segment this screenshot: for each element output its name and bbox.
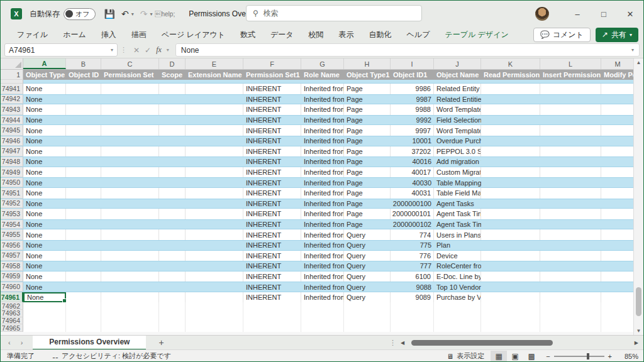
row-number-74956[interactable]: 74956 [1, 241, 23, 250]
vertical-scroll-thumb[interactable] [636, 287, 641, 316]
grid-cell-C74958[interactable] [101, 261, 159, 271]
grid-cell-A74946[interactable]: None [23, 136, 66, 146]
grid-cell-M74945[interactable] [601, 125, 633, 136]
grid-cell-I74944[interactable]: 9992 [391, 116, 434, 125]
ribbon-tab-8[interactable]: 表示 [331, 28, 362, 41]
customize-qat-icon[interactable]: help; [155, 11, 175, 18]
grid-cell-J74943[interactable]: Word Templates [434, 104, 481, 115]
row-number-74951[interactable]: 74951 [1, 188, 23, 199]
grid-cell-D74961[interactable] [159, 292, 186, 303]
grid-cell-M74955[interactable] [601, 229, 633, 240]
header-cell-e[interactable]: Extension Name [186, 70, 243, 80]
grid-cell-B74950[interactable] [66, 178, 101, 187]
grid-cell-H74950[interactable]: Page [344, 178, 391, 187]
grid-cell-I74951[interactable]: 40031 [391, 188, 434, 199]
grid-cell-A74957[interactable]: None [23, 251, 66, 261]
grid-cell-G74964[interactable] [301, 317, 344, 325]
grid-cell-D74946[interactable] [159, 136, 186, 146]
grid-cell-J74950[interactable]: Table Mappings [434, 178, 481, 187]
grid-cell-I74948[interactable]: 40016 [391, 157, 434, 167]
grid-cell-B74953[interactable] [66, 209, 101, 219]
grid-cell-D74949[interactable] [159, 167, 186, 178]
grid-cell-I74943[interactable]: 9988 [391, 104, 434, 115]
grid-cell-F74956[interactable]: INHERENT [243, 241, 301, 250]
grid-cell-L74958[interactable] [540, 261, 601, 271]
grid-cell-H74945[interactable]: Page [344, 125, 391, 136]
grid-cell-C74944[interactable] [101, 116, 159, 125]
grid-cell-E74956[interactable] [186, 241, 243, 250]
grid-cell-M74964[interactable] [601, 317, 633, 325]
grid-cell-I74963[interactable] [391, 310, 434, 317]
grid-cell-A74961[interactable]: None [23, 292, 66, 303]
row-number-74965[interactable]: 74965 [1, 324, 23, 332]
row-number-74959[interactable]: 74959 [1, 272, 23, 282]
grid-cell-M74952[interactable] [601, 199, 633, 209]
grid-cell-K74961[interactable] [481, 292, 540, 303]
grid-cell-J74942[interactable]: Related Entities [434, 95, 481, 104]
grid-cell-D74957[interactable] [159, 251, 186, 261]
grid-cell-M74951[interactable] [601, 188, 633, 199]
grid-cell-K74963[interactable] [481, 310, 540, 317]
grid-cell-K74949[interactable] [481, 167, 540, 178]
grid-cell-M74963[interactable] [601, 310, 633, 317]
grid-cell-E74953[interactable] [186, 209, 243, 219]
grid-cell-D74964[interactable] [159, 317, 186, 325]
grid-cell-H74957[interactable]: Query [344, 251, 391, 261]
grid-cell-H74959[interactable]: Query [344, 272, 391, 282]
row-number-74955[interactable]: 74955 [1, 229, 23, 240]
grid-cell-D74962[interactable] [159, 302, 186, 310]
grid-cell-E74955[interactable] [186, 229, 243, 240]
namebox-grip-icon[interactable]: ⋮ [120, 46, 127, 54]
grid-cell-K74965[interactable] [481, 324, 540, 332]
grid-cell-G74942[interactable]: Inherited from [301, 95, 344, 104]
grid-cell-G74949[interactable]: Inherited from [301, 167, 344, 178]
sheet-prev-icon[interactable]: ‹ [8, 339, 11, 346]
grid-cell-J74949[interactable]: Custom Migratio [434, 167, 481, 178]
namebox-chevron-icon[interactable]: ▾ [111, 47, 113, 53]
ribbon-tab-10[interactable]: ヘルプ [399, 28, 438, 41]
grid-cell-M74960[interactable] [601, 282, 633, 292]
grid-cell-H74948[interactable]: Page [344, 157, 391, 167]
row-number-74945[interactable]: 74945 [1, 125, 23, 136]
select-all-corner[interactable] [1, 58, 23, 69]
grid-cell-J74953[interactable]: Agent Task Tim [434, 209, 481, 219]
row-number-74954[interactable]: 74954 [1, 220, 23, 229]
grid-cell-J74944[interactable]: Field Selection [434, 116, 481, 125]
grid-cell-A74955[interactable]: None [23, 229, 66, 240]
grid-cell-H74947[interactable]: Page [344, 146, 391, 157]
grid-cell-H74960[interactable]: Query [344, 282, 391, 292]
grid-cell-H74958[interactable]: Query [344, 261, 391, 271]
zoom-out-icon[interactable]: − [546, 353, 550, 360]
display-settings-button[interactable]: 🖥 表示設定 [447, 351, 484, 361]
share-button[interactable]: ↗ 共有 ▾ [596, 28, 638, 42]
column-header-A[interactable]: A [23, 58, 66, 69]
grid-cell-F74963[interactable] [243, 310, 301, 317]
grid-cell-M74944[interactable] [601, 116, 633, 125]
header-cell-j[interactable]: Object Name [434, 70, 481, 80]
undo-chevron-icon[interactable]: ▾ [131, 11, 134, 17]
grid-cell-M74956[interactable] [601, 241, 633, 250]
grid-cell-D74950[interactable] [159, 178, 186, 187]
grid-cell-C74956[interactable] [101, 241, 159, 250]
header-cell-l[interactable]: Insert Permission [540, 70, 601, 80]
row-number-74958[interactable]: 74958 [1, 261, 23, 271]
grid-cell-M74947[interactable] [601, 146, 633, 157]
grid-cell-F74957[interactable]: INHERENT [243, 251, 301, 261]
grid-cell-F74959[interactable]: INHERENT [243, 272, 301, 282]
grid-cell-C74952[interactable] [101, 199, 159, 209]
row-number-74944[interactable]: 74944 [1, 116, 23, 125]
grid-cell-J74951[interactable]: Table Field Map [434, 188, 481, 199]
insert-function-icon[interactable]: fx [156, 45, 162, 55]
row-number-74953[interactable]: 74953 [1, 209, 23, 219]
grid-cell-G74944[interactable]: Inherited from [301, 116, 344, 125]
grid-cell-D74947[interactable] [159, 146, 186, 157]
header-cell-c[interactable]: Permission Set [101, 70, 159, 80]
grid-cell-H74951[interactable]: Page [344, 188, 391, 199]
grid-cell-A74953[interactable]: None [23, 209, 66, 219]
grid-cell-G74955[interactable]: Inherited from [301, 229, 344, 240]
grid-cell-C74948[interactable] [101, 157, 159, 167]
grid-cell-B74954[interactable] [66, 220, 101, 229]
grid-cell-C74943[interactable] [101, 104, 159, 115]
grid-cell-G74947[interactable]: Inherited from [301, 146, 344, 157]
grid-cell-A74958[interactable]: None [23, 261, 66, 271]
